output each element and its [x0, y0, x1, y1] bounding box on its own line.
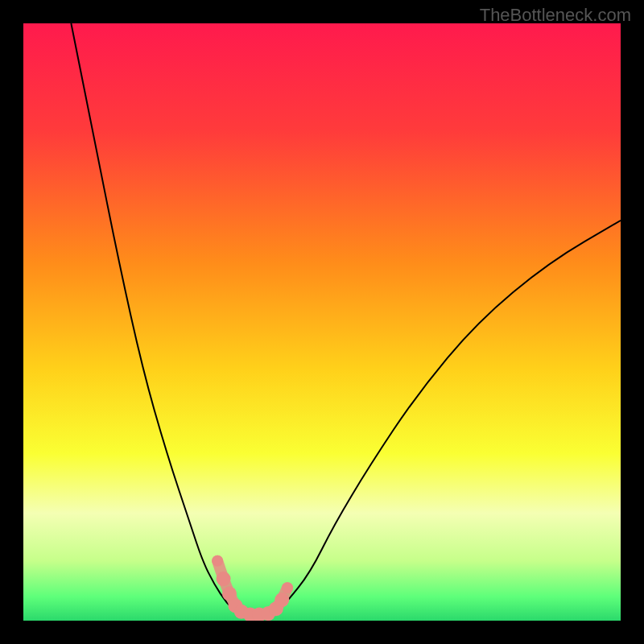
- annotation-dot: [275, 592, 289, 607]
- curve-layer: [23, 23, 621, 621]
- curve-right-branch: [275, 221, 621, 615]
- chart-frame: TheBottleneck.com: [0, 0, 644, 644]
- annotation-dot: [217, 572, 231, 586]
- annotation-dot: [282, 582, 293, 593]
- plot-area: [23, 23, 621, 621]
- annotation-dot: [212, 555, 223, 567]
- watermark-text: TheBottleneck.com: [480, 5, 631, 26]
- curve-left-branch: [71, 23, 238, 615]
